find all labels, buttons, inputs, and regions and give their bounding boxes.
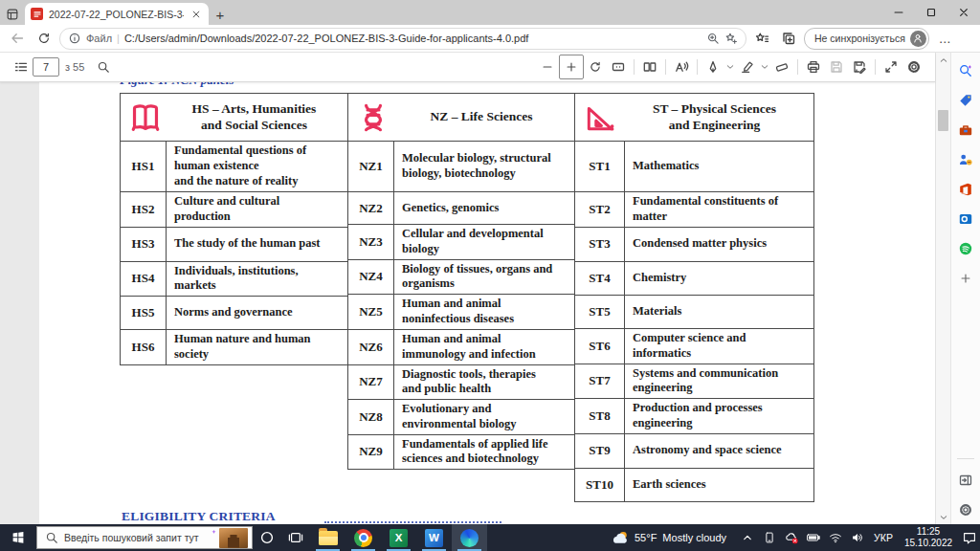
refresh-button[interactable] bbox=[33, 27, 56, 50]
draw-options-chevron[interactable] bbox=[724, 60, 736, 74]
search-highlight-image[interactable] bbox=[219, 528, 248, 548]
sync-status-label: Не синхронізується bbox=[814, 33, 905, 44]
panel-code: HS4 bbox=[121, 261, 167, 297]
panel-code: HS6 bbox=[121, 330, 167, 365]
pdf-scrollbar[interactable] bbox=[935, 53, 950, 524]
word-icon bbox=[425, 529, 443, 547]
panel-description: Diagnostic tools, therapies and public h… bbox=[394, 364, 575, 400]
panel-description: Culture and cultural production bbox=[167, 192, 348, 228]
taskbar-chrome[interactable] bbox=[345, 524, 381, 551]
toc-button[interactable] bbox=[10, 55, 33, 78]
browser-menu-button[interactable]: … bbox=[933, 32, 958, 46]
clipped-text-line bbox=[324, 521, 501, 523]
print-button[interactable] bbox=[802, 55, 825, 78]
taskbar-edge[interactable] bbox=[452, 524, 487, 551]
highlight-options-chevron[interactable] bbox=[759, 60, 770, 74]
search-button[interactable] bbox=[92, 55, 115, 78]
new-tab-button[interactable]: + bbox=[209, 4, 232, 25]
panel-title: NZ – Life Sciences bbox=[393, 109, 569, 125]
tray-chevron[interactable] bbox=[736, 524, 758, 551]
pdf-settings-button[interactable] bbox=[902, 55, 925, 78]
task-view-button[interactable] bbox=[281, 524, 310, 551]
clock[interactable]: 11:25 15.10.2022 bbox=[899, 524, 958, 551]
erase-button[interactable] bbox=[770, 55, 793, 78]
tab-stack-icon bbox=[6, 8, 19, 21]
add-favorite-icon[interactable] bbox=[724, 32, 738, 45]
games-icon[interactable] bbox=[957, 151, 974, 168]
minimize-button[interactable] bbox=[882, 0, 915, 25]
rotate-button[interactable] bbox=[584, 55, 607, 78]
sparkle-icon bbox=[210, 529, 218, 538]
highlight-button[interactable] bbox=[736, 55, 759, 78]
save-as-button[interactable] bbox=[848, 55, 871, 78]
weather-desc: Mostly cloudy bbox=[662, 532, 726, 543]
panel-description: Molecular biology, structural biology, b… bbox=[394, 142, 575, 192]
panel-code: ST1 bbox=[575, 142, 625, 192]
scrollbar-thumb[interactable] bbox=[938, 110, 948, 131]
panel-row: ST2Fundamental constituents of matter bbox=[575, 192, 814, 228]
info-icon[interactable] bbox=[68, 32, 81, 45]
device-tray-icon[interactable] bbox=[758, 524, 780, 551]
scroll-down-icon[interactable] bbox=[936, 510, 950, 524]
expand-button[interactable] bbox=[880, 55, 902, 78]
panel-row: HS2Culture and cultural production bbox=[121, 192, 348, 228]
zoom-page-icon[interactable] bbox=[706, 32, 720, 45]
office-icon[interactable] bbox=[957, 181, 974, 198]
url-field[interactable]: Файл | C:/Users/admin/Downloads/2022-07-… bbox=[59, 28, 746, 50]
time-label: 11:25 bbox=[917, 526, 940, 539]
draw-button[interactable] bbox=[702, 55, 724, 78]
tab-close-icon[interactable] bbox=[189, 8, 203, 21]
panel-description: Computer science and informatics bbox=[625, 328, 814, 364]
url-text: C:/Users/admin/Downloads/2022-07-22_POLO… bbox=[124, 33, 702, 44]
add-sidebar-item-icon[interactable] bbox=[957, 270, 974, 287]
read-aloud-button[interactable] bbox=[670, 55, 693, 78]
tools-icon[interactable] bbox=[957, 121, 974, 139]
scroll-up-icon[interactable] bbox=[936, 53, 950, 67]
collections-button[interactable] bbox=[777, 27, 800, 50]
window-controls bbox=[882, 0, 980, 25]
sidebar-settings-icon[interactable] bbox=[957, 501, 974, 518]
sidebar-search-icon[interactable] bbox=[957, 62, 974, 79]
zoom-in-button[interactable] bbox=[559, 55, 584, 79]
tab-title: 2022-07-22_POLONEZ-BIS-3-Gu bbox=[49, 9, 184, 20]
browser-tab[interactable]: 2022-07-22_POLONEZ-BIS-3-Gu bbox=[25, 3, 209, 25]
chrome-icon bbox=[354, 529, 372, 547]
panel-code: ST4 bbox=[575, 261, 625, 295]
save-button[interactable] bbox=[825, 55, 848, 78]
page-view-button[interactable] bbox=[638, 55, 661, 78]
start-button[interactable] bbox=[0, 524, 36, 551]
volume-tray-icon[interactable] bbox=[846, 524, 868, 551]
panel-description: Human and animal immunology and infectio… bbox=[394, 329, 575, 364]
battery-tray-icon[interactable] bbox=[802, 524, 824, 551]
panel-description: Production and processes engineering bbox=[625, 399, 814, 434]
taskbar-word[interactable] bbox=[416, 524, 452, 551]
taskbar-explorer[interactable] bbox=[310, 524, 345, 551]
panel-description: Astronomy and space science bbox=[625, 433, 814, 468]
spotify-icon[interactable] bbox=[957, 240, 974, 257]
open-sidebar-panel-icon[interactable] bbox=[957, 472, 974, 489]
fit-page-button[interactable] bbox=[607, 55, 630, 78]
panel-code: NZ2 bbox=[348, 192, 394, 225]
panel-description: Materials bbox=[625, 295, 814, 328]
panel-code: NZ5 bbox=[348, 295, 394, 330]
cortana-button[interactable] bbox=[253, 524, 281, 551]
weather-widget[interactable]: 55°F Mostly cloudy bbox=[602, 524, 736, 551]
outlook-icon[interactable] bbox=[957, 210, 974, 228]
action-center-button[interactable] bbox=[958, 524, 980, 551]
onedrive-tray-icon[interactable] bbox=[780, 524, 802, 551]
taskbar-search-box[interactable]: Введіть пошуковий запит тут bbox=[36, 526, 253, 549]
taskbar-excel[interactable] bbox=[381, 524, 416, 551]
tab-actions-button[interactable] bbox=[0, 4, 25, 25]
zoom-out-button[interactable] bbox=[536, 55, 559, 78]
language-indicator[interactable]: УКР bbox=[868, 524, 899, 551]
maximize-button[interactable] bbox=[915, 0, 947, 25]
back-button[interactable] bbox=[6, 27, 29, 50]
shopping-tag-icon[interactable] bbox=[957, 92, 974, 109]
profile-button[interactable]: Не синхронізується bbox=[804, 28, 929, 50]
favorites-button[interactable] bbox=[750, 27, 773, 50]
network-tray-icon[interactable] bbox=[824, 524, 846, 551]
page-number-input[interactable] bbox=[33, 57, 59, 77]
close-button[interactable] bbox=[947, 0, 980, 25]
panel-code: ST2 bbox=[575, 192, 625, 228]
excel-icon bbox=[390, 529, 408, 547]
